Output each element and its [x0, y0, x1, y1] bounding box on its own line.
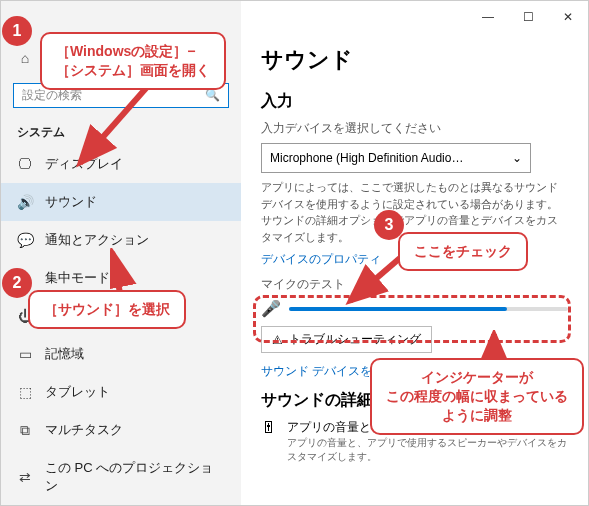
- home-icon: ⌂: [17, 50, 33, 66]
- nav-label: タブレット: [45, 383, 110, 401]
- sidebar-item-0[interactable]: 🖵ディスプレイ: [1, 145, 241, 183]
- nav-icon: ⧉: [17, 422, 33, 439]
- input-device-select[interactable]: Microphone (High Definition Audio… ⌄: [261, 143, 531, 173]
- nav-icon: 💬: [17, 232, 33, 248]
- nav-label: 記憶域: [45, 345, 84, 363]
- nav-label: 通知とアクション: [45, 231, 149, 249]
- mixer-icon: 🎚: [261, 419, 277, 437]
- maximize-button[interactable]: ☐: [508, 1, 548, 33]
- sidebar-item-6[interactable]: ⬚タブレット: [1, 373, 241, 411]
- choose-device-label: 入力デバイスを選択してください: [261, 120, 568, 137]
- sidebar-header: システム: [1, 118, 241, 145]
- input-section-header: 入力: [261, 91, 568, 112]
- mic-test-label: マイクのテスト: [261, 276, 568, 293]
- annotation-callout-2: ［サウンド］を選択: [28, 290, 186, 329]
- nav-icon: 🔊: [17, 194, 33, 210]
- minimize-button[interactable]: —: [468, 1, 508, 33]
- nav-label: マルチタスク: [45, 421, 123, 439]
- sidebar-item-7[interactable]: ⧉マルチタスク: [1, 411, 241, 449]
- annotation-badge-1: 1: [2, 16, 32, 46]
- annotation-callout-4: インジケーターが この程度の幅に収まっている ように調整: [370, 358, 584, 435]
- select-value: Microphone (High Definition Audio…: [270, 151, 463, 165]
- nav-icon: ⇄: [17, 469, 33, 485]
- nav-label: サウンド: [45, 193, 97, 211]
- annotation-callout-1: ［Windowsの設定］− ［システム］画面を開く: [40, 32, 226, 90]
- nav-icon: 🖵: [17, 156, 33, 172]
- search-icon: 🔍: [205, 88, 220, 102]
- nav-icon: ▭: [17, 346, 33, 362]
- chevron-down-icon: ⌄: [512, 151, 522, 165]
- close-button[interactable]: ✕: [548, 1, 588, 33]
- nav-label: この PC へのプロジェクション: [45, 459, 225, 495]
- annotation-dashed-box: [253, 295, 571, 343]
- nav-label: ディスプレイ: [45, 155, 123, 173]
- annotation-callout-3: ここをチェック: [398, 232, 528, 271]
- sidebar-item-8[interactable]: ⇄この PC へのプロジェクション: [1, 449, 241, 505]
- titlebar: — ☐ ✕: [468, 1, 588, 33]
- nav-label: 集中モード: [45, 269, 110, 287]
- annotation-badge-3: 3: [374, 210, 404, 240]
- annotation-badge-2: 2: [2, 268, 32, 298]
- sidebar-item-2[interactable]: 💬通知とアクション: [1, 221, 241, 259]
- sidebar-item-1[interactable]: 🔊サウンド: [1, 183, 241, 221]
- nav-icon: ⬚: [17, 384, 33, 400]
- sidebar-item-5[interactable]: ▭記憶域: [1, 335, 241, 373]
- page-title: サウンド: [261, 45, 568, 75]
- app-volume-sub: アプリの音量と、アプリで使用するスピーカーやデバイスをカスタマイズします。: [287, 436, 568, 464]
